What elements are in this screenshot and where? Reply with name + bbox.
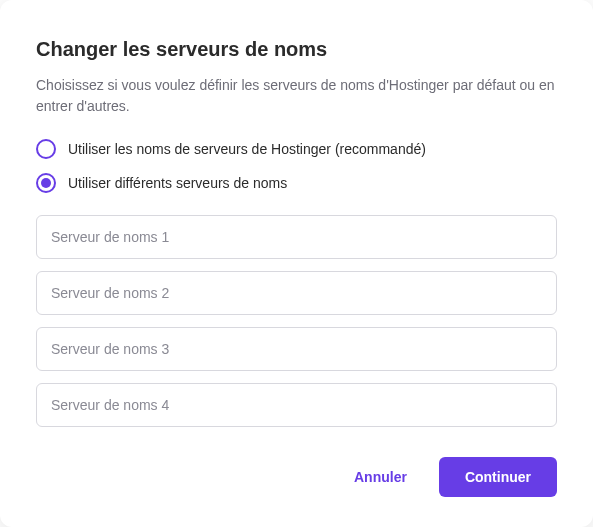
modal-footer: Annuler Continuer xyxy=(36,457,557,497)
radio-icon xyxy=(36,139,56,159)
radio-icon xyxy=(36,173,56,193)
nameserver-input-4[interactable] xyxy=(36,383,557,427)
continue-button[interactable]: Continuer xyxy=(439,457,557,497)
nameserver-inputs xyxy=(36,215,557,427)
nameserver-input-2[interactable] xyxy=(36,271,557,315)
nameserver-radio-group: Utiliser les noms de serveurs de Hosting… xyxy=(36,139,557,193)
radio-label: Utiliser les noms de serveurs de Hosting… xyxy=(68,141,426,157)
modal-title: Changer les serveurs de noms xyxy=(36,38,557,61)
cancel-button[interactable]: Annuler xyxy=(350,461,411,493)
nameserver-input-1[interactable] xyxy=(36,215,557,259)
radio-option-hostinger[interactable]: Utiliser les noms de serveurs de Hosting… xyxy=(36,139,557,159)
radio-option-custom[interactable]: Utiliser différents serveurs de noms xyxy=(36,173,557,193)
modal-description: Choisissez si vous voulez définir les se… xyxy=(36,75,557,117)
radio-label: Utiliser différents serveurs de noms xyxy=(68,175,287,191)
nameserver-modal: Changer les serveurs de noms Choisissez … xyxy=(0,0,593,527)
nameserver-input-3[interactable] xyxy=(36,327,557,371)
